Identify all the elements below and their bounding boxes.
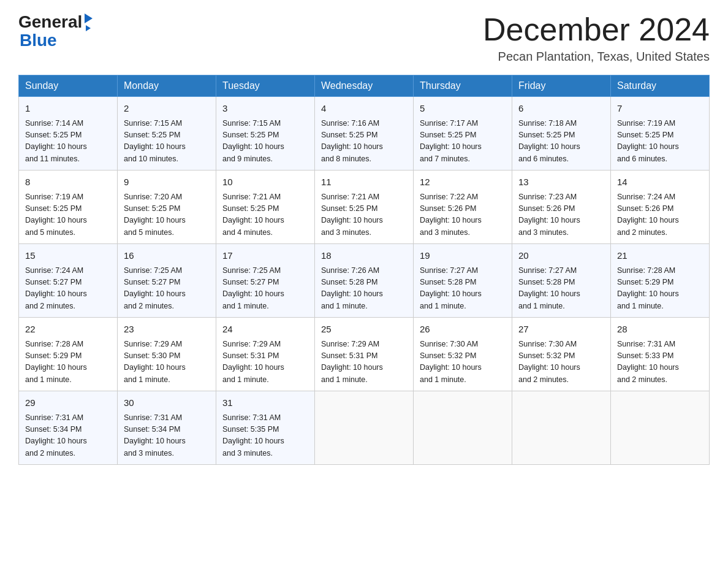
day-info: Sunrise: 7:14 AMSunset: 5:25 PMDaylight:… bbox=[25, 118, 111, 166]
day-info: Sunrise: 7:31 AMSunset: 5:34 PMDaylight:… bbox=[25, 412, 111, 460]
calendar-cell: 16Sunrise: 7:25 AMSunset: 5:27 PMDayligh… bbox=[118, 244, 216, 318]
day-info: Sunrise: 7:15 AMSunset: 5:25 PMDaylight:… bbox=[124, 118, 210, 166]
day-number: 15 bbox=[25, 249, 111, 263]
day-info: Sunrise: 7:19 AMSunset: 5:25 PMDaylight:… bbox=[25, 191, 111, 239]
header-friday: Friday bbox=[512, 75, 611, 97]
day-number: 12 bbox=[420, 175, 506, 190]
day-number: 28 bbox=[617, 323, 703, 337]
calendar-cell: 13Sunrise: 7:23 AMSunset: 5:26 PMDayligh… bbox=[512, 170, 611, 244]
calendar-cell: 21Sunrise: 7:28 AMSunset: 5:29 PMDayligh… bbox=[611, 244, 710, 318]
day-info: Sunrise: 7:24 AMSunset: 5:27 PMDaylight:… bbox=[25, 265, 111, 313]
calendar-cell: 7Sunrise: 7:19 AMSunset: 5:25 PMDaylight… bbox=[611, 97, 710, 170]
calendar-cell: 28Sunrise: 7:31 AMSunset: 5:33 PMDayligh… bbox=[611, 318, 710, 391]
day-info: Sunrise: 7:16 AMSunset: 5:25 PMDaylight:… bbox=[321, 118, 407, 166]
day-number: 9 bbox=[124, 175, 210, 190]
day-number: 17 bbox=[222, 249, 308, 263]
calendar-cell bbox=[315, 391, 414, 465]
calendar-cell: 18Sunrise: 7:26 AMSunset: 5:28 PMDayligh… bbox=[315, 244, 414, 318]
calendar-cell: 24Sunrise: 7:29 AMSunset: 5:31 PMDayligh… bbox=[216, 318, 315, 391]
day-info: Sunrise: 7:19 AMSunset: 5:25 PMDaylight:… bbox=[617, 118, 703, 166]
day-info: Sunrise: 7:30 AMSunset: 5:32 PMDaylight:… bbox=[420, 339, 506, 386]
day-number: 7 bbox=[617, 102, 703, 116]
day-number: 6 bbox=[518, 102, 604, 116]
day-info: Sunrise: 7:27 AMSunset: 5:28 PMDaylight:… bbox=[420, 265, 506, 313]
day-info: Sunrise: 7:26 AMSunset: 5:28 PMDaylight:… bbox=[321, 265, 407, 313]
day-number: 22 bbox=[25, 323, 111, 337]
calendar-cell: 30Sunrise: 7:31 AMSunset: 5:34 PMDayligh… bbox=[118, 391, 216, 465]
header-tuesday: Tuesday bbox=[216, 75, 315, 97]
calendar-cell: 22Sunrise: 7:28 AMSunset: 5:29 PMDayligh… bbox=[19, 318, 118, 391]
day-info: Sunrise: 7:15 AMSunset: 5:25 PMDaylight:… bbox=[222, 118, 308, 166]
calendar-cell: 14Sunrise: 7:24 AMSunset: 5:26 PMDayligh… bbox=[611, 170, 710, 244]
day-number: 16 bbox=[124, 249, 210, 263]
day-number: 14 bbox=[617, 175, 703, 190]
header-thursday: Thursday bbox=[414, 75, 512, 97]
day-number: 13 bbox=[518, 175, 604, 190]
calendar-week-row: 22Sunrise: 7:28 AMSunset: 5:29 PMDayligh… bbox=[19, 318, 710, 391]
calendar-week-row: 29Sunrise: 7:31 AMSunset: 5:34 PMDayligh… bbox=[19, 391, 710, 465]
day-info: Sunrise: 7:29 AMSunset: 5:31 PMDaylight:… bbox=[222, 339, 308, 386]
calendar-cell: 10Sunrise: 7:21 AMSunset: 5:25 PMDayligh… bbox=[216, 170, 315, 244]
title-block: December 2024 Pecan Plantation, Texas, U… bbox=[483, 12, 710, 64]
day-number: 26 bbox=[420, 323, 506, 337]
calendar-cell: 2Sunrise: 7:15 AMSunset: 5:25 PMDaylight… bbox=[118, 97, 216, 170]
calendar-cell: 23Sunrise: 7:29 AMSunset: 5:30 PMDayligh… bbox=[118, 318, 216, 391]
calendar-week-row: 1Sunrise: 7:14 AMSunset: 5:25 PMDaylight… bbox=[19, 97, 710, 170]
calendar-cell: 5Sunrise: 7:17 AMSunset: 5:25 PMDaylight… bbox=[414, 97, 512, 170]
day-number: 24 bbox=[222, 323, 308, 337]
day-info: Sunrise: 7:20 AMSunset: 5:25 PMDaylight:… bbox=[124, 191, 210, 239]
calendar-cell bbox=[414, 391, 512, 465]
day-number: 1 bbox=[25, 102, 111, 116]
day-info: Sunrise: 7:27 AMSunset: 5:28 PMDaylight:… bbox=[518, 265, 604, 313]
calendar-week-row: 15Sunrise: 7:24 AMSunset: 5:27 PMDayligh… bbox=[19, 244, 710, 318]
calendar-cell bbox=[611, 391, 710, 465]
logo-general-text: General bbox=[18, 12, 82, 32]
header-sunday: Sunday bbox=[19, 75, 118, 97]
day-info: Sunrise: 7:31 AMSunset: 5:35 PMDaylight:… bbox=[222, 412, 308, 460]
day-info: Sunrise: 7:29 AMSunset: 5:31 PMDaylight:… bbox=[321, 339, 407, 386]
header-monday: Monday bbox=[118, 75, 216, 97]
day-number: 2 bbox=[124, 102, 210, 116]
days-header-row: Sunday Monday Tuesday Wednesday Thursday… bbox=[19, 75, 710, 97]
day-info: Sunrise: 7:31 AMSunset: 5:33 PMDaylight:… bbox=[617, 339, 703, 386]
day-info: Sunrise: 7:23 AMSunset: 5:26 PMDaylight:… bbox=[518, 191, 604, 239]
day-number: 31 bbox=[222, 396, 308, 410]
day-number: 25 bbox=[321, 323, 407, 337]
calendar-cell: 27Sunrise: 7:30 AMSunset: 5:32 PMDayligh… bbox=[512, 318, 611, 391]
day-number: 27 bbox=[518, 323, 604, 337]
calendar-cell bbox=[512, 391, 611, 465]
calendar-cell: 1Sunrise: 7:14 AMSunset: 5:25 PMDaylight… bbox=[19, 97, 118, 170]
calendar-week-row: 8Sunrise: 7:19 AMSunset: 5:25 PMDaylight… bbox=[19, 170, 710, 244]
calendar-cell: 15Sunrise: 7:24 AMSunset: 5:27 PMDayligh… bbox=[19, 244, 118, 318]
calendar-table: Sunday Monday Tuesday Wednesday Thursday… bbox=[18, 75, 710, 465]
day-number: 11 bbox=[321, 175, 407, 190]
header-saturday: Saturday bbox=[611, 75, 710, 97]
day-info: Sunrise: 7:29 AMSunset: 5:30 PMDaylight:… bbox=[124, 339, 210, 386]
page-header: General Blue December 2024 Pecan Plantat… bbox=[18, 12, 710, 64]
day-info: Sunrise: 7:28 AMSunset: 5:29 PMDaylight:… bbox=[25, 339, 111, 386]
day-info: Sunrise: 7:28 AMSunset: 5:29 PMDaylight:… bbox=[617, 265, 703, 313]
day-info: Sunrise: 7:18 AMSunset: 5:25 PMDaylight:… bbox=[518, 118, 604, 166]
day-number: 30 bbox=[124, 396, 210, 410]
day-number: 4 bbox=[321, 102, 407, 116]
day-info: Sunrise: 7:17 AMSunset: 5:25 PMDaylight:… bbox=[420, 118, 506, 166]
calendar-cell: 4Sunrise: 7:16 AMSunset: 5:25 PMDaylight… bbox=[315, 97, 414, 170]
calendar-cell: 31Sunrise: 7:31 AMSunset: 5:35 PMDayligh… bbox=[216, 391, 315, 465]
calendar-cell: 8Sunrise: 7:19 AMSunset: 5:25 PMDaylight… bbox=[19, 170, 118, 244]
calendar-cell: 9Sunrise: 7:20 AMSunset: 5:25 PMDaylight… bbox=[118, 170, 216, 244]
day-number: 23 bbox=[124, 323, 210, 337]
day-number: 18 bbox=[321, 249, 407, 263]
calendar-cell: 20Sunrise: 7:27 AMSunset: 5:28 PMDayligh… bbox=[512, 244, 611, 318]
day-number: 3 bbox=[222, 102, 308, 116]
calendar-cell: 12Sunrise: 7:22 AMSunset: 5:26 PMDayligh… bbox=[414, 170, 512, 244]
day-number: 19 bbox=[420, 249, 506, 263]
calendar-cell: 29Sunrise: 7:31 AMSunset: 5:34 PMDayligh… bbox=[19, 391, 118, 465]
day-info: Sunrise: 7:25 AMSunset: 5:27 PMDaylight:… bbox=[222, 265, 308, 313]
calendar-cell: 3Sunrise: 7:15 AMSunset: 5:25 PMDaylight… bbox=[216, 97, 315, 170]
day-info: Sunrise: 7:21 AMSunset: 5:25 PMDaylight:… bbox=[222, 191, 308, 239]
day-number: 8 bbox=[25, 175, 111, 190]
day-info: Sunrise: 7:21 AMSunset: 5:25 PMDaylight:… bbox=[321, 191, 407, 239]
day-info: Sunrise: 7:22 AMSunset: 5:26 PMDaylight:… bbox=[420, 191, 506, 239]
calendar-cell: 19Sunrise: 7:27 AMSunset: 5:28 PMDayligh… bbox=[414, 244, 512, 318]
calendar-cell: 17Sunrise: 7:25 AMSunset: 5:27 PMDayligh… bbox=[216, 244, 315, 318]
